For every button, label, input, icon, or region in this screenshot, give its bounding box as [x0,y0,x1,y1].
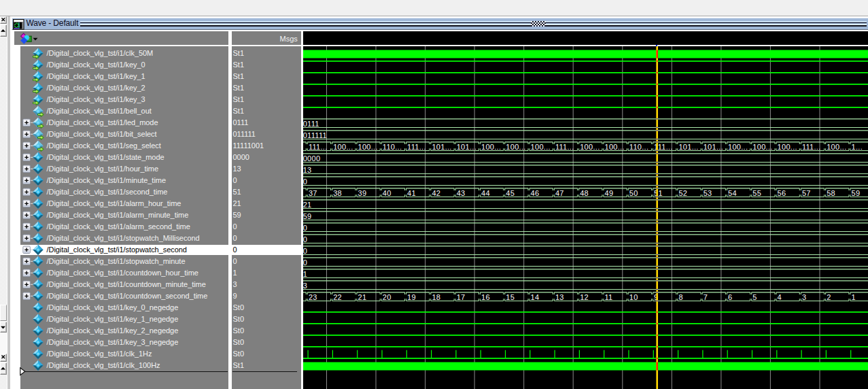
svg-text:10: 10 [629,292,638,301]
svg-text:17: 17 [456,292,465,301]
svg-text:2: 2 [827,292,831,301]
svg-text:100...: 100... [827,142,846,150]
svg-text:0: 0 [303,258,307,266]
svg-text:50: 50 [629,188,638,197]
svg-text:15: 15 [506,292,515,301]
svg-text:100...: 100... [777,142,797,150]
svg-text:58: 58 [827,188,835,197]
svg-text:21: 21 [303,200,312,208]
svg-text:39: 39 [358,188,366,197]
svg-text:1: 1 [303,269,307,277]
svg-text:42: 42 [432,188,440,197]
svg-text:101...: 101... [703,142,723,150]
svg-text:49: 49 [604,188,613,197]
svg-text:53: 53 [703,188,712,197]
svg-text:0111: 0111 [303,119,319,127]
svg-text:100...: 100... [530,142,550,150]
svg-text:44: 44 [481,188,490,197]
svg-text:100...: 100... [580,142,600,150]
svg-text:54: 54 [728,188,737,197]
svg-text:59: 59 [303,212,312,220]
svg-text:111...: 111... [308,142,327,150]
svg-text:4: 4 [777,292,781,301]
svg-text:110...: 110... [382,142,402,150]
svg-text:3: 3 [303,281,307,289]
svg-text:43: 43 [456,188,465,197]
svg-text:101...: 101... [456,142,476,150]
svg-text:0: 0 [303,177,307,185]
svg-text:48: 48 [580,188,589,197]
svg-text:101...: 101... [432,142,451,150]
svg-text:100...: 100... [728,142,748,150]
svg-text:0: 0 [303,246,307,254]
svg-text:21: 21 [358,292,366,301]
svg-text:14: 14 [530,292,539,301]
svg-text:18: 18 [432,292,440,301]
svg-text:55: 55 [752,188,761,197]
svg-text:16: 16 [481,292,490,301]
svg-text:8: 8 [678,292,682,301]
svg-text:111...: 111... [407,142,426,150]
svg-text:46: 46 [530,188,539,197]
svg-text:22: 22 [333,292,342,301]
svg-text:45: 45 [506,188,515,197]
svg-text:59: 59 [851,188,860,197]
svg-text:100...: 100... [506,142,525,150]
svg-text:101...: 101... [678,142,698,150]
svg-text:56: 56 [777,188,786,197]
svg-text:37: 37 [308,188,317,197]
svg-text:13: 13 [303,165,312,173]
svg-text:100...: 100... [752,142,772,150]
svg-text:011111: 011111 [303,131,327,139]
svg-text:100...: 100... [604,142,624,150]
svg-text:100...: 100... [358,142,377,150]
svg-text:111...: 111... [801,142,820,150]
svg-text:1...: 1... [851,142,863,150]
svg-text:13: 13 [555,292,563,301]
svg-text:1: 1 [851,292,855,301]
svg-text:5: 5 [752,292,757,301]
svg-text:0000: 0000 [303,154,320,162]
svg-text:41: 41 [407,188,416,197]
svg-text:12: 12 [580,292,589,301]
svg-text:0: 0 [303,235,307,243]
svg-text:19: 19 [407,292,416,301]
svg-text:110...: 110... [629,142,648,150]
svg-text:38: 38 [333,188,342,197]
svg-text:7: 7 [703,292,707,301]
svg-text:20: 20 [382,292,391,301]
svg-text:0: 0 [303,223,307,231]
svg-text:3: 3 [801,292,805,301]
svg-text:47: 47 [555,188,563,197]
svg-text:111...: 111... [555,142,574,150]
svg-text:52: 52 [678,188,687,197]
svg-text:100...: 100... [333,142,353,150]
svg-text:100...: 100... [481,142,501,150]
svg-text:11: 11 [604,292,612,301]
svg-text:23: 23 [308,292,317,301]
svg-text:40: 40 [382,188,391,197]
svg-text:57: 57 [801,188,810,197]
svg-text:6: 6 [728,292,732,301]
svg-text:51: 51 [654,188,663,197]
